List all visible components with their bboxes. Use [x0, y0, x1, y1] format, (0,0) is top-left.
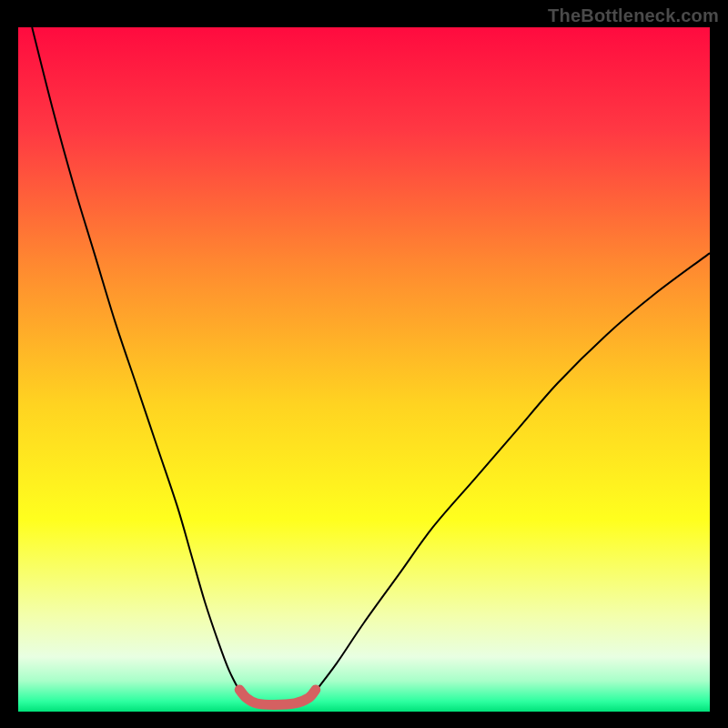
- gradient-background: [18, 27, 710, 712]
- bottleneck-chart: [0, 0, 728, 728]
- chart-container: TheBottleneck.com: [0, 0, 728, 728]
- watermark-text: TheBottleneck.com: [548, 5, 719, 26]
